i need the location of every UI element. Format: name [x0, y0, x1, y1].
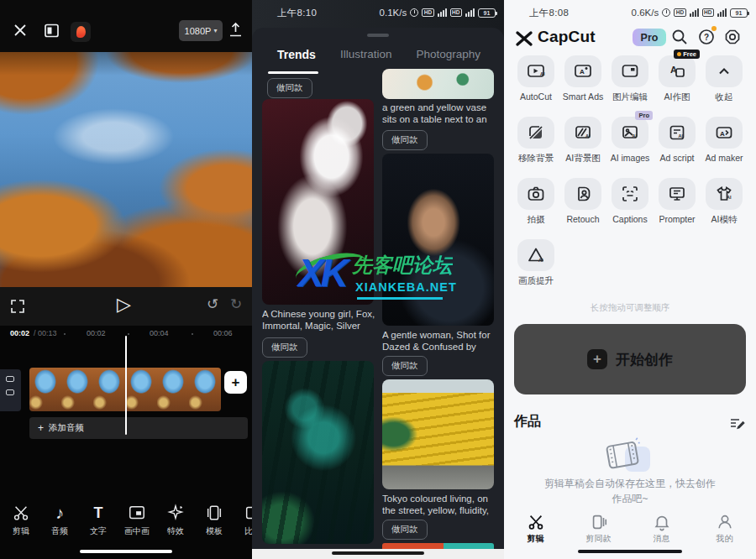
close-icon[interactable]: [12, 22, 29, 39]
card-image-vase[interactable]: [382, 69, 494, 99]
music-note-icon: ♪: [55, 504, 64, 522]
nav-messages[interactable]: 消息: [630, 510, 693, 547]
fullscreen-icon[interactable]: [10, 299, 25, 314]
smart-ads-icon: A: [564, 55, 601, 87]
svg-text:AI: AI: [540, 71, 545, 76]
card-image-woman[interactable]: [382, 154, 494, 326]
ratio-icon: [244, 504, 252, 522]
autocut-icon: AI: [517, 55, 554, 87]
captions-icon: [612, 178, 648, 210]
plus-icon: +: [587, 349, 607, 369]
tool-ai-draw[interactable]: Free A AI作图: [654, 54, 701, 115]
tool-ad-maker[interactable]: A Ad maker: [701, 115, 748, 176]
tool-captions[interactable]: Captions: [606, 176, 654, 238]
tool-ai-images[interactable]: Pro AI AI images: [606, 115, 654, 176]
card-image-fox-girl[interactable]: [262, 99, 374, 305]
empty-text-line1: 剪辑草稿会自动保存在这里，快去创作: [512, 477, 748, 491]
clip-stub[interactable]: [0, 369, 21, 411]
sparkle-icon: [166, 504, 185, 522]
layout-panel-icon[interactable]: [44, 23, 60, 39]
net-speed: 0.1K/s: [380, 8, 407, 18]
nav-templates[interactable]: 剪同款: [567, 510, 630, 547]
tool-smart-ads[interactable]: A Smart Ads: [559, 54, 606, 115]
make-same-button[interactable]: 做同款: [382, 520, 428, 540]
tab-trends[interactable]: Trends: [277, 48, 316, 61]
tool-label: 收起: [716, 91, 733, 103]
tool-ai-bg[interactable]: AI AI背景图: [559, 115, 606, 176]
ruler-tick: 00:06: [213, 329, 233, 337]
signal-icon: [438, 8, 447, 17]
tab-illustration[interactable]: Illustration: [340, 48, 392, 61]
tool-ai-model[interactable]: AI AI模特: [701, 176, 748, 238]
tool-audio[interactable]: ♪ 音频: [40, 504, 79, 547]
make-same-button[interactable]: 做同款: [262, 337, 307, 358]
ad-maker-icon: A: [706, 117, 743, 149]
tool-autocut[interactable]: AI AutoCut: [512, 54, 559, 115]
tool-text[interactable]: T 文字: [79, 504, 118, 547]
tool-enhance[interactable]: AI 画质提升: [512, 238, 559, 299]
sheet-drag-handle[interactable]: [367, 34, 389, 37]
playhead[interactable]: [125, 336, 127, 435]
tool-template[interactable]: 模板: [195, 504, 234, 547]
add-clip-button[interactable]: +: [224, 371, 247, 394]
tool-edit[interactable]: 剪辑: [2, 504, 40, 547]
tool-label: AI背景图: [565, 153, 600, 165]
tool-label: AutoCut: [520, 91, 552, 102]
battery-icon: 91: [730, 8, 748, 18]
card-caption: A gentle woman, Shot for Dazed & Confuse…: [382, 329, 498, 353]
make-same-button[interactable]: 做同款: [382, 356, 428, 376]
nav-edit[interactable]: 剪辑: [504, 510, 567, 547]
tool-label: AI作图: [664, 91, 690, 103]
tool-pip[interactable]: 画中画: [118, 504, 156, 547]
resolution-button[interactable]: 1080P ▾: [179, 20, 223, 41]
svg-text:A: A: [580, 68, 585, 76]
add-audio-track[interactable]: + 添加音频: [29, 417, 248, 439]
tab-photography[interactable]: Photography: [416, 48, 480, 61]
works-sort-icon[interactable]: [728, 415, 745, 431]
nav-label: 剪辑: [528, 533, 544, 545]
time-total: / 00:13: [34, 329, 57, 337]
create-label: 开始创作: [616, 350, 673, 369]
redo-icon[interactable]: ↻: [230, 295, 242, 313]
tool-prompter[interactable]: Prompter: [654, 176, 701, 238]
pro-badge[interactable]: Pro: [633, 29, 666, 46]
tool-effects[interactable]: 特效: [156, 504, 195, 547]
tool-label: 移除背景: [518, 153, 554, 165]
card-image-tiger[interactable]: [262, 361, 374, 544]
card-image-tokyo[interactable]: [382, 379, 494, 489]
make-same-button[interactable]: 做同款: [267, 78, 312, 98]
tool-camera[interactable]: 拍摄: [512, 176, 559, 238]
tool-ad-script[interactable]: AI Ad script: [654, 115, 701, 176]
svg-text:AI: AI: [679, 133, 684, 138]
retouch-icon: [564, 178, 601, 210]
home-indicator: [80, 550, 172, 553]
stub-icon: [6, 389, 14, 395]
make-same-button[interactable]: 做同款: [382, 130, 428, 150]
export-icon[interactable]: [227, 21, 244, 39]
tool-label: Prompter: [659, 214, 695, 224]
tool-remove-bg[interactable]: 移除背景: [512, 115, 559, 176]
tool-photo-edit[interactable]: 图片编辑: [606, 54, 654, 115]
hot-flame-icon[interactable]: [71, 22, 91, 42]
video-preview[interactable]: [0, 52, 252, 287]
drag-hint: 长按拖动可调整顺序: [504, 302, 756, 314]
free-dot-icon: [677, 52, 681, 56]
tool-collapse[interactable]: 收起: [701, 54, 748, 115]
tool-label: 剪辑: [13, 525, 29, 537]
add-audio-label: 添加音频: [49, 422, 84, 434]
create-button[interactable]: + 开始创作: [514, 324, 746, 394]
svg-text:?: ?: [704, 33, 709, 42]
next-card-peek: [382, 543, 494, 549]
net-speed: 0.6K/s: [632, 8, 659, 18]
gear-icon[interactable]: [723, 28, 742, 46]
tool-label: 拍摄: [528, 214, 545, 226]
active-tab-underline: [268, 71, 318, 74]
undo-icon[interactable]: ↺: [207, 295, 218, 313]
search-icon[interactable]: [670, 28, 689, 46]
nav-profile[interactable]: 我的: [693, 510, 756, 547]
tool-retouch[interactable]: Retouch: [559, 176, 606, 238]
tool-ratio[interactable]: 比例: [234, 504, 252, 547]
enhance-quality-icon: AI: [517, 239, 554, 271]
status-bar: 上午8:08 0.6K/s HD HD 91: [504, 5, 756, 20]
play-button[interactable]: ▷: [117, 294, 131, 316]
